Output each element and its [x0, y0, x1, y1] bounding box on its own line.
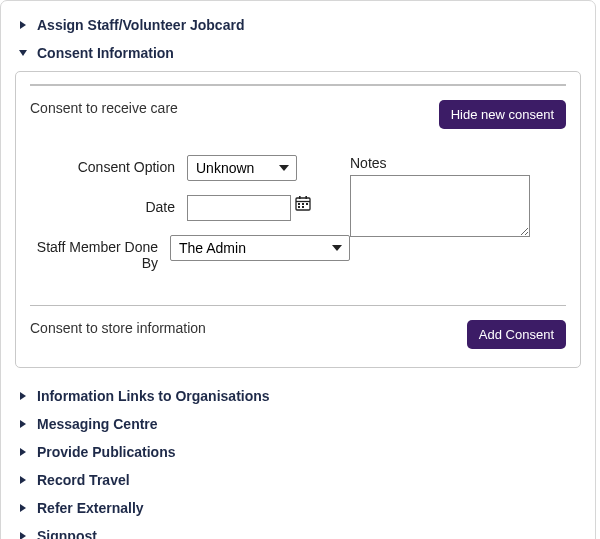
add-consent-button[interactable]: Add Consent: [467, 320, 566, 349]
svg-rect-2: [299, 196, 301, 199]
svg-rect-5: [302, 203, 304, 205]
accordion-info-links[interactable]: Information Links to Organisations: [13, 382, 583, 410]
accordion-assign-staff[interactable]: Assign Staff/Volunteer Jobcard: [13, 11, 583, 39]
date-input[interactable]: [187, 195, 291, 221]
accordion-label: Record Travel: [37, 472, 130, 488]
accordion-label: Signpost: [37, 528, 97, 539]
accordion-signpost[interactable]: Signpost: [13, 522, 583, 539]
section-title: Consent to receive care: [30, 100, 178, 116]
consent-store-info-row: Consent to store information Add Consent: [30, 320, 566, 349]
svg-rect-4: [298, 203, 300, 205]
section-title: Consent to store information: [30, 320, 206, 336]
consent-panel: Consent to receive care Hide new consent…: [15, 71, 581, 368]
field-label: Date: [30, 195, 187, 215]
field-label: Staff Member Done By: [30, 235, 170, 271]
hide-new-consent-button[interactable]: Hide new consent: [439, 100, 566, 129]
section-divider: [30, 305, 566, 306]
consent-form: Consent Option Unknown Date: [30, 155, 566, 285]
accordion-label: Assign Staff/Volunteer Jobcard: [37, 17, 244, 33]
date-field: Date: [30, 195, 350, 221]
accordion-label: Provide Publications: [37, 444, 175, 460]
svg-rect-3: [305, 196, 307, 199]
svg-rect-6: [306, 203, 308, 205]
consent-option-select[interactable]: Unknown: [187, 155, 297, 181]
field-label: Consent Option: [30, 155, 187, 175]
notes-textarea[interactable]: [350, 175, 530, 237]
accordion-label: Messaging Centre: [37, 416, 158, 432]
chevron-right-icon: [15, 528, 31, 539]
accordion-label: Information Links to Organisations: [37, 388, 270, 404]
calendar-icon[interactable]: [295, 195, 311, 211]
consent-option-field: Consent Option Unknown: [30, 155, 350, 181]
chevron-right-icon: [15, 17, 31, 33]
svg-rect-8: [302, 206, 304, 208]
chevron-down-icon: [15, 45, 31, 61]
chevron-right-icon: [15, 500, 31, 516]
main-panel: Assign Staff/Volunteer Jobcard Consent I…: [0, 0, 596, 539]
accordion-messaging[interactable]: Messaging Centre: [13, 410, 583, 438]
consent-receive-care-row: Consent to receive care Hide new consent: [30, 100, 566, 129]
accordion-record-travel[interactable]: Record Travel: [13, 466, 583, 494]
staff-done-by-field: Staff Member Done By The Admin: [30, 235, 350, 271]
svg-rect-7: [298, 206, 300, 208]
chevron-right-icon: [15, 416, 31, 432]
notes-label: Notes: [350, 155, 566, 171]
accordion-label: Consent Information: [37, 45, 174, 61]
staff-done-by-select[interactable]: The Admin: [170, 235, 350, 261]
accordion-refer-externally[interactable]: Refer Externally: [13, 494, 583, 522]
chevron-right-icon: [15, 388, 31, 404]
accordion-publications[interactable]: Provide Publications: [13, 438, 583, 466]
chevron-right-icon: [15, 444, 31, 460]
accordion-consent-info[interactable]: Consent Information: [13, 39, 583, 67]
accordion-label: Refer Externally: [37, 500, 144, 516]
panel-rule: [30, 84, 566, 86]
chevron-right-icon: [15, 472, 31, 488]
